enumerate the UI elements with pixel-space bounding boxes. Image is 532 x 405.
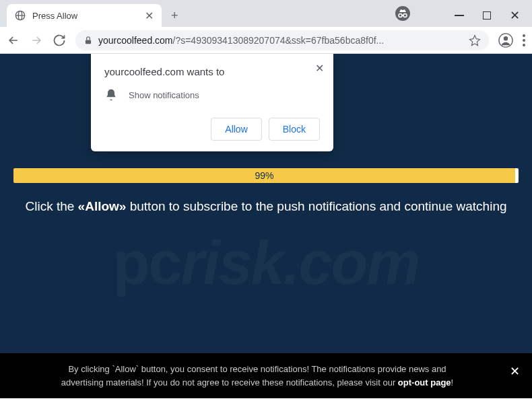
- block-button[interactable]: Block: [269, 118, 320, 141]
- tab-strip: Press Allow ✕ +: [0, 0, 532, 27]
- svg-point-9: [504, 36, 508, 40]
- browser-tab[interactable]: Press Allow ✕: [7, 4, 162, 27]
- prompt-close-button[interactable]: ✕: [315, 62, 324, 75]
- forward-button[interactable]: [30, 34, 43, 47]
- prompt-permission-label: Show notifications: [129, 90, 199, 100]
- address-bar[interactable]: yourcoolfeed.com/?s=493093413089207074&s…: [75, 30, 489, 50]
- window-maximize-button[interactable]: [483, 11, 491, 20]
- banner-close-button[interactable]: ✕: [510, 363, 520, 381]
- new-tab-button[interactable]: +: [171, 9, 178, 23]
- tab-title: Press Allow: [32, 11, 138, 21]
- instruction-text: Click the «Allow» button to subscribe to…: [0, 199, 532, 214]
- tab-close-button[interactable]: ✕: [145, 9, 154, 22]
- allow-button[interactable]: Allow: [211, 118, 261, 141]
- url-text: yourcoolfeed.com/?s=493093413089207074&s…: [98, 35, 463, 46]
- watermark-text: pcrisk.com: [0, 229, 532, 298]
- bookmark-star-icon[interactable]: [469, 34, 481, 46]
- svg-point-3: [395, 6, 410, 21]
- progress-bar: 99%: [13, 168, 519, 183]
- prompt-origin-text: yourcoolfeed.com wants to: [104, 66, 320, 77]
- svg-rect-7: [86, 40, 91, 44]
- back-button[interactable]: [7, 34, 20, 47]
- browser-menu-button[interactable]: [523, 34, 525, 46]
- incognito-icon: [395, 5, 411, 22]
- globe-icon: [15, 10, 26, 21]
- bell-icon: [104, 88, 118, 102]
- notification-permission-prompt: ✕ yourcoolfeed.com wants to Show notific…: [91, 54, 333, 151]
- opt-out-link[interactable]: opt-out page: [398, 377, 451, 388]
- reload-button[interactable]: [53, 34, 66, 47]
- window-close-button[interactable]: ✕: [510, 8, 520, 23]
- page-content: ✕ yourcoolfeed.com wants to Show notific…: [0, 54, 532, 398]
- progress-percent: 99%: [13, 168, 515, 183]
- lock-icon: [84, 36, 93, 45]
- consent-banner: By clicking `Allow` button, you consent …: [0, 353, 532, 398]
- profile-avatar-icon[interactable]: [498, 33, 513, 48]
- window-minimize-button[interactable]: [455, 15, 464, 16]
- browser-toolbar: yourcoolfeed.com/?s=493093413089207074&s…: [0, 27, 532, 54]
